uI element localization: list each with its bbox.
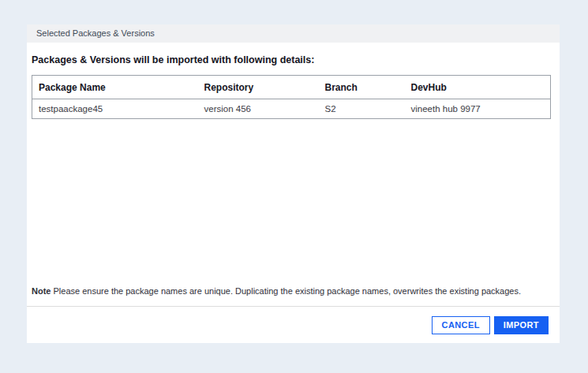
dialog-footer: CANCEL IMPORT <box>27 307 560 343</box>
column-header-package-name: Package Name <box>32 76 198 99</box>
cell-package-name: testpaackage45 <box>32 99 198 119</box>
cell-repository: version 456 <box>198 99 319 119</box>
import-details-heading: Packages & Versions will be imported wit… <box>32 54 551 65</box>
cell-branch: S2 <box>319 99 405 119</box>
cell-devhub: vineeth hub 9977 <box>405 99 551 119</box>
column-header-devhub: DevHub <box>405 76 551 99</box>
note-label: Note <box>32 286 51 296</box>
table-row: testpaackage45 version 456 S2 vineeth hu… <box>32 99 551 119</box>
packages-table: Package Name Repository Branch DevHub te… <box>32 75 551 119</box>
import-packages-dialog: Selected Packages & Versions Packages & … <box>27 24 560 343</box>
import-button[interactable]: IMPORT <box>494 316 549 334</box>
dialog-body: Packages & Versions will be imported wit… <box>27 43 560 306</box>
table-header-row: Package Name Repository Branch DevHub <box>32 76 551 99</box>
note-text: Note Please ensure the package names are… <box>32 286 551 296</box>
dialog-title: Selected Packages & Versions <box>27 24 560 43</box>
cancel-button[interactable]: CANCEL <box>432 316 490 334</box>
column-header-branch: Branch <box>319 76 405 99</box>
note-message: Please ensure the package names are uniq… <box>51 286 521 296</box>
column-header-repository: Repository <box>198 76 319 99</box>
